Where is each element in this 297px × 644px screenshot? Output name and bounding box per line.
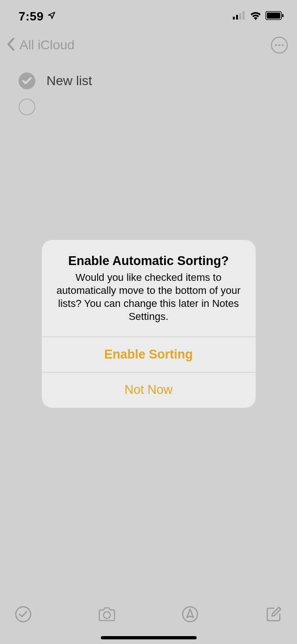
back-label: All iCloud (20, 38, 74, 53)
ellipsis-icon (275, 44, 284, 46)
checkbox-checked-icon[interactable] (19, 73, 35, 89)
not-now-button[interactable]: Not Now (42, 372, 256, 408)
status-bar: 7:59 (0, 0, 297, 28)
home-indicator[interactable] (101, 636, 197, 639)
alert-body: Enable Automatic Sorting? Would you like… (42, 240, 256, 337)
chevron-left-icon (7, 37, 16, 53)
toolbar (0, 596, 297, 633)
checklist-item[interactable]: New list (9, 68, 288, 94)
location-icon (47, 11, 56, 21)
checkbox-empty-icon[interactable] (19, 99, 35, 115)
alert-dialog: Enable Automatic Sorting? Would you like… (42, 240, 256, 408)
battery-icon (265, 11, 284, 22)
more-button[interactable] (271, 37, 288, 53)
status-right (233, 11, 284, 22)
note-content[interactable]: New list (0, 62, 297, 126)
nav-bar: All iCloud (0, 28, 297, 62)
enable-sorting-button[interactable]: Enable Sorting (42, 337, 256, 372)
camera-button[interactable] (98, 605, 116, 624)
checklist-item-label: New list (46, 73, 92, 88)
svg-rect-6 (282, 14, 284, 17)
svg-point-7 (16, 607, 31, 622)
svg-point-8 (103, 612, 110, 619)
checklist-button[interactable] (14, 605, 33, 624)
alert-title: Enable Automatic Sorting? (54, 254, 244, 268)
svg-rect-0 (233, 17, 235, 20)
status-left: 7:59 (19, 9, 56, 24)
status-time: 7:59 (19, 9, 44, 24)
svg-rect-5 (267, 13, 280, 19)
cellular-icon (233, 11, 246, 21)
alert-message: Would you like checked items to automati… (54, 271, 244, 324)
back-button[interactable]: All iCloud (7, 37, 74, 53)
checklist-item[interactable] (9, 94, 288, 120)
markup-button[interactable] (181, 605, 199, 624)
svg-rect-3 (243, 11, 244, 20)
svg-rect-2 (239, 13, 241, 20)
wifi-icon (250, 11, 262, 22)
svg-rect-1 (236, 15, 238, 20)
compose-button[interactable] (264, 605, 283, 624)
alert-buttons: Enable Sorting Not Now (42, 337, 256, 408)
